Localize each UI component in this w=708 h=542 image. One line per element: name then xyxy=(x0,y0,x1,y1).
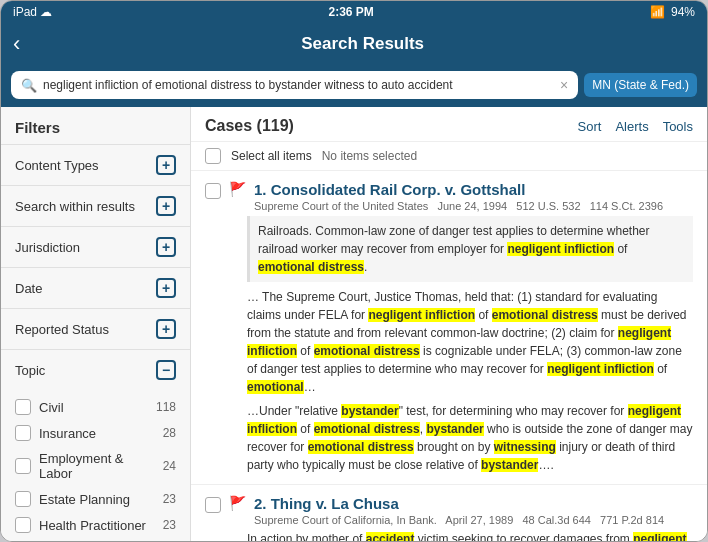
select-bar: Select all items No items selected xyxy=(191,142,707,171)
h-accident-1: accident xyxy=(366,532,415,541)
filter-content-types-label: Content Types xyxy=(15,158,99,173)
status-right: 📶 94% xyxy=(650,5,695,19)
results-actions: Sort Alerts Tools xyxy=(578,119,693,134)
case-2-flag: 🚩 xyxy=(229,495,246,511)
case-1-checkbox[interactable] xyxy=(205,183,221,199)
filter-jurisdiction-expand[interactable]: + xyxy=(156,237,176,257)
topic-item-civil[interactable]: Civil 118 xyxy=(1,394,190,420)
h-neg-2: negligent infliction xyxy=(247,326,671,358)
filter-topic-label: Topic xyxy=(15,363,45,378)
results-count-title: Cases (119) xyxy=(205,117,294,135)
case-2-meta: Supreme Court of California, In Bank. Ap… xyxy=(254,514,693,526)
sidebar: Filters Content Types + Search within re… xyxy=(1,107,191,541)
back-button[interactable]: ‹ xyxy=(13,31,20,57)
alerts-button[interactable]: Alerts xyxy=(615,119,648,134)
case-2-number: 2. xyxy=(254,495,271,512)
case-2-header: 🚩 2. Thing v. La Chusa Supreme Court of … xyxy=(205,495,693,526)
jurisdiction-tag[interactable]: MN (State & Fed.) xyxy=(584,73,697,97)
search-bar: 🔍 × MN (State & Fed.) xyxy=(1,65,707,107)
topic-civil-count: 118 xyxy=(156,400,176,414)
select-all-checkbox[interactable] xyxy=(205,148,221,164)
h-em-3: emotional xyxy=(247,380,304,394)
filter-content-types-header[interactable]: Content Types + xyxy=(1,145,190,185)
topic-employment-count: 24 xyxy=(163,459,176,473)
header: ‹ Search Results xyxy=(1,23,707,65)
h-bystander-2: bystander xyxy=(426,422,483,436)
h-em-4: emotional distress xyxy=(314,422,420,436)
filter-date-header[interactable]: Date + xyxy=(1,268,190,308)
clear-icon[interactable]: × xyxy=(560,77,568,93)
topic-health-checkbox[interactable] xyxy=(15,517,31,533)
sort-button[interactable]: Sort xyxy=(578,119,602,134)
filter-topic-header[interactable]: Topic − xyxy=(1,350,190,390)
results-header: Cases (119) Sort Alerts Tools xyxy=(191,107,707,142)
h-bystander-1: bystander xyxy=(341,404,398,418)
topic-estate-checkbox[interactable] xyxy=(15,491,31,507)
topic-estate-name: Estate Planning xyxy=(39,492,155,507)
h-witnessing: witnessing xyxy=(494,440,556,454)
case-item-2: 🚩 2. Thing v. La Chusa Supreme Court of … xyxy=(191,485,707,541)
case-1-excerpt-1: … The Supreme Court, Justice Thomas, hel… xyxy=(247,288,693,396)
status-ipad: iPad ☁ xyxy=(13,5,52,19)
results-pane: Cases (119) Sort Alerts Tools Select all… xyxy=(191,107,707,541)
filter-reported-status-header[interactable]: Reported Status + xyxy=(1,309,190,349)
search-input-wrap: 🔍 × xyxy=(11,71,578,99)
search-input[interactable] xyxy=(43,78,554,92)
case-1-excerpt-2: …Under "relative bystander" test, for de… xyxy=(247,402,693,474)
filter-search-within: Search within results + xyxy=(1,185,190,226)
case-2-title[interactable]: 2. Thing v. La Chusa xyxy=(254,495,693,512)
filter-topic-collapse[interactable]: − xyxy=(156,360,176,380)
h-em-1: emotional distress xyxy=(492,308,598,322)
case-1-summary: Railroads. Common-law zone of danger tes… xyxy=(247,216,693,282)
case-1-title[interactable]: 1. Consolidated Rail Corp. v. Gottshall xyxy=(254,181,693,198)
filter-date-expand[interactable]: + xyxy=(156,278,176,298)
filter-jurisdiction-header[interactable]: Jurisdiction + xyxy=(1,227,190,267)
topic-employment-name: Employment & Labor xyxy=(39,451,155,481)
h-neg-1: negligent infliction xyxy=(368,308,475,322)
filter-reported-status-label: Reported Status xyxy=(15,322,109,337)
topic-employment-checkbox[interactable] xyxy=(15,458,31,474)
filter-search-within-expand[interactable]: + xyxy=(156,196,176,216)
topic-item-employment[interactable]: Employment & Labor 24 xyxy=(1,446,190,486)
filter-jurisdiction-label: Jurisdiction xyxy=(15,240,80,255)
filter-reported-status-expand[interactable]: + xyxy=(156,319,176,339)
filter-search-within-header[interactable]: Search within results + xyxy=(1,186,190,226)
select-all-label: Select all items xyxy=(231,149,312,163)
filter-date-label: Date xyxy=(15,281,42,296)
case-2-checkbox[interactable] xyxy=(205,497,221,513)
case-1-meta: Supreme Court of the United States June … xyxy=(254,200,693,212)
case-2-summary: In action by mother of accident victim s… xyxy=(247,530,693,541)
status-left: iPad ☁ xyxy=(13,5,52,19)
main-content: Filters Content Types + Search within re… xyxy=(1,107,707,541)
filters-title: Filters xyxy=(1,107,190,144)
search-icon: 🔍 xyxy=(21,78,37,93)
case-item-1: 🚩 1. Consolidated Rail Corp. v. Gottshal… xyxy=(191,171,707,485)
topic-health-name: Health Practitioner xyxy=(39,518,155,533)
topic-insurance-name: Insurance xyxy=(39,426,155,441)
filter-content-types-expand[interactable]: + xyxy=(156,155,176,175)
status-bar: iPad ☁ 2:36 PM 📶 94% xyxy=(1,1,707,23)
h-bystander-3: bystander xyxy=(481,458,538,472)
topic-civil-checkbox[interactable] xyxy=(15,399,31,415)
h-em-2: emotional distress xyxy=(314,344,420,358)
h-neg-3: negligent infliction xyxy=(547,362,654,376)
topic-item-health[interactable]: Health Practitioner 23 xyxy=(1,512,190,538)
topic-items-list: Civil 118 Insurance 28 Employment & Labo… xyxy=(1,390,190,541)
case-1-number: 1. xyxy=(254,181,271,198)
topic-insurance-checkbox[interactable] xyxy=(15,425,31,441)
battery-level: 94% xyxy=(671,5,695,19)
highlight-negligent-infliction-1: negligent infliction xyxy=(507,242,614,256)
filter-content-types: Content Types + xyxy=(1,144,190,185)
case-2-title-wrap: 2. Thing v. La Chusa Supreme Court of Ca… xyxy=(254,495,693,526)
device-frame: iPad ☁ 2:36 PM 📶 94% ‹ Search Results 🔍 … xyxy=(0,0,708,542)
case-1-title-wrap: 1. Consolidated Rail Corp. v. Gottshall … xyxy=(254,181,693,212)
topic-item-insurance[interactable]: Insurance 28 xyxy=(1,420,190,446)
topic-health-count: 23 xyxy=(163,518,176,532)
h-negligent-2: negligent xyxy=(633,532,686,541)
topic-item-estate[interactable]: Estate Planning 23 xyxy=(1,486,190,512)
tools-button[interactable]: Tools xyxy=(663,119,693,134)
highlight-emotional-distress-1: emotional distress xyxy=(258,260,364,274)
h-em-5: emotional distress xyxy=(308,440,414,454)
filter-jurisdiction: Jurisdiction + xyxy=(1,226,190,267)
case-1-header: 🚩 1. Consolidated Rail Corp. v. Gottshal… xyxy=(205,181,693,212)
